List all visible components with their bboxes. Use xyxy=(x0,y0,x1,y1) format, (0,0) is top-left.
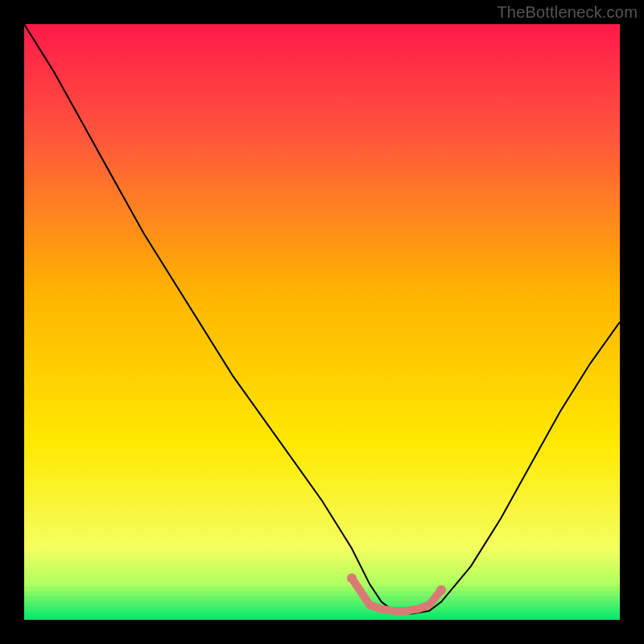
chart-svg xyxy=(24,24,620,620)
watermark-text: TheBottleneck.com xyxy=(497,3,638,22)
highlight-end-dot xyxy=(436,585,446,595)
chart-plot-area xyxy=(24,24,620,620)
chart-background-gradient xyxy=(24,24,620,620)
highlight-start-dot xyxy=(347,573,357,583)
